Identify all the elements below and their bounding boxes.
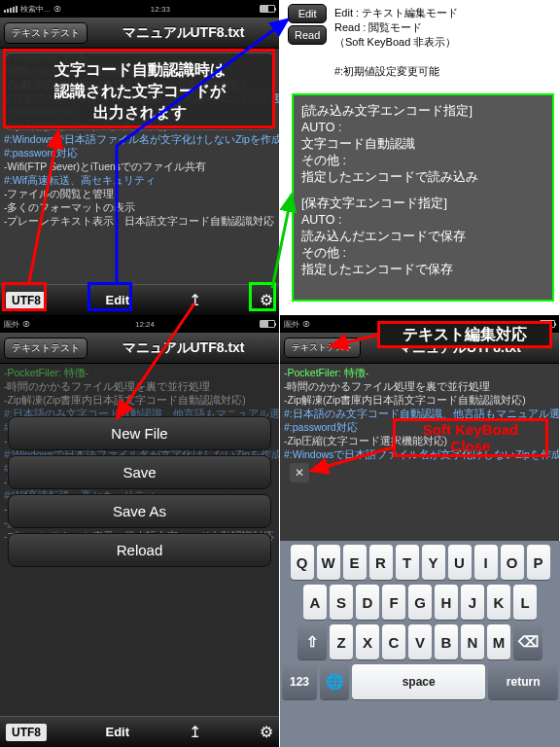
key-x[interactable]: X <box>356 624 379 659</box>
kbd-row-4: 123 🌐 space return <box>282 664 558 699</box>
key-a[interactable]: A <box>303 585 327 620</box>
key-j[interactable]: J <box>461 585 484 620</box>
save-button[interactable]: Save <box>8 455 271 489</box>
statusbar: 圏外⦿ 12:24 <box>0 315 279 333</box>
doc-line: -多くのフォーマットの表示 <box>4 200 275 214</box>
status-time: 12:24 <box>135 320 155 329</box>
gear-icon[interactable]: ⚙ <box>260 723 273 741</box>
mode-button[interactable]: Edit <box>105 725 129 739</box>
key-delete[interactable]: ⌫ <box>513 624 542 659</box>
new-file-button[interactable]: New File <box>8 416 271 450</box>
gb-line: その他 : <box>301 245 544 262</box>
wifi-icon: ⦿ <box>302 320 310 329</box>
key-m[interactable]: M <box>487 624 510 659</box>
key-b[interactable]: B <box>435 624 458 659</box>
share-icon[interactable]: ↥ <box>189 291 201 309</box>
gb-line: AUTO : <box>301 120 544 136</box>
popup-line: 出力されます <box>12 102 267 124</box>
key-d[interactable]: D <box>356 585 379 620</box>
gb-line: [保存文字エンコード指定] <box>301 196 544 212</box>
popup-line: 認識された文字コードが <box>12 81 267 102</box>
annot-line: （Soft KeyBoad 非表示） <box>334 35 458 50</box>
gb-line: 指定したエンコードで保存 <box>301 262 544 278</box>
phone-top-left: 検索中...⦿ 12:33 テキストテスト マニュアルUTF8.txt -Poc… <box>0 0 279 315</box>
mode-button[interactable]: Edit <box>105 293 129 307</box>
gb-line: 読み込んだエンコードで保存 <box>301 229 544 245</box>
edit-button[interactable]: Edit <box>288 4 327 23</box>
key-p[interactable]: P <box>527 545 550 580</box>
key-k[interactable]: K <box>487 585 510 620</box>
gb-line: 文字コード自動認識 <box>301 136 544 153</box>
key-z[interactable]: Z <box>330 624 353 659</box>
read-button[interactable]: Read <box>288 25 327 45</box>
toolbar: UTF8 Edit ↥ ⚙ <box>0 284 279 315</box>
key-u[interactable]: U <box>448 545 472 580</box>
key-s[interactable]: S <box>330 585 353 620</box>
key-o[interactable]: O <box>501 545 524 580</box>
annot-line: Read : 閲覧モード <box>334 20 458 35</box>
annot-default: #:初期値設定変更可能 <box>334 64 439 79</box>
keyboard: Q W E R T Y U I O P A S D F G H J K L ⇧ … <box>280 541 560 747</box>
gb-line: [読み込み文字エンコード指定] <box>301 103 544 120</box>
navbar: テキストテスト マニュアルUTF8.txt <box>0 333 279 364</box>
reload-button[interactable]: Reload <box>8 533 271 567</box>
key-c[interactable]: C <box>382 624 405 659</box>
kbd-row-2: A S D F G H J K L <box>282 585 558 620</box>
key-v[interactable]: V <box>408 624 432 659</box>
save-as-button[interactable]: Save As <box>8 494 271 528</box>
soft-keyboard-close-label: Soft KeyBoad Close <box>393 418 548 457</box>
action-sheet: New File Save Save As Reload <box>8 416 271 567</box>
doc-line: #:password対応 <box>4 146 275 160</box>
statusbar: 検索中...⦿ 12:33 <box>0 0 279 18</box>
gb-line: その他 : <box>301 153 544 169</box>
encoding-chip[interactable]: UTF8 <box>6 292 47 309</box>
key-g[interactable]: G <box>408 585 432 620</box>
doc-line: -Wifi(FTP Sever)とiTuensでのファイル共有 <box>4 160 275 173</box>
gb-line: 指定したエンコードで読み込み <box>301 169 544 186</box>
back-button[interactable]: テキストテスト <box>284 338 361 358</box>
key-l[interactable]: L <box>513 585 537 620</box>
text-content-editable[interactable]: -PocketFiler: 特徴- -時間のかかるファイル処理を裏で並行処理 -… <box>280 364 559 551</box>
key-r[interactable]: R <box>369 545 393 580</box>
key-123[interactable]: 123 <box>282 664 317 699</box>
key-i[interactable]: I <box>474 545 498 580</box>
key-q[interactable]: Q <box>291 545 314 580</box>
page-title: マニュアルUTF8.txt <box>91 24 275 42</box>
toolbar: UTF8 Edit ↥ ⚙ <box>0 716 279 747</box>
gear-icon[interactable]: ⚙ <box>260 291 273 309</box>
back-button[interactable]: テキストテスト <box>4 338 88 359</box>
annot-edit-desc: Edit : テキスト編集モード Read : 閲覧モード （Soft KeyB… <box>334 6 458 50</box>
key-globe[interactable]: 🌐 <box>320 664 349 699</box>
battery-icon <box>260 5 275 13</box>
text-content[interactable]: -PocketFiler: 特徴- -時間のかかるファイル処理を裏で並行処理 -… <box>0 49 279 284</box>
share-icon[interactable]: ↥ <box>189 723 201 741</box>
encoding-chip[interactable]: UTF8 <box>6 724 47 741</box>
key-w[interactable]: W <box>317 545 340 580</box>
doc-line: #:Wif高速転送、高セキュリティ <box>4 173 275 187</box>
kbd-row-1: Q W E R T Y U I O P <box>282 545 558 580</box>
doc-line: -PocketFiler: 特徴- <box>284 366 555 379</box>
doc-line: -Zip解凍(Zip書庫内日本語文字コード自動認識対応) <box>4 393 275 407</box>
doc-line: #:Windowsで日本語ファイル名が文字化けしないZipを作成できます <box>4 132 275 146</box>
key-space[interactable]: space <box>352 664 485 699</box>
key-e[interactable]: E <box>343 545 367 580</box>
key-n[interactable]: N <box>461 624 484 659</box>
key-y[interactable]: Y <box>422 545 445 580</box>
key-shift[interactable]: ⇧ <box>298 624 327 659</box>
keyboard-close-button[interactable]: ✕ <box>290 463 309 482</box>
text-edit-label: テキスト編集対応 <box>377 321 552 348</box>
doc-line: -時間のかかるファイル処理を裏で並行処理 <box>4 379 275 393</box>
key-return[interactable]: return <box>488 664 558 699</box>
annot-line: Edit : テキスト編集モード <box>334 6 458 20</box>
back-button[interactable]: テキストテスト <box>4 22 88 44</box>
key-h[interactable]: H <box>435 585 458 620</box>
doc-line: -PocketFiler: 特徴- <box>4 366 275 379</box>
status-text: 検索中... <box>20 4 51 15</box>
key-t[interactable]: T <box>396 545 419 580</box>
status-text: 圏外 <box>284 319 299 330</box>
key-f[interactable]: F <box>382 585 405 620</box>
phone-bottom-left: 圏外⦿ 12:24 テキストテスト マニュアルUTF8.txt -PocketF… <box>0 315 279 747</box>
gb-line <box>301 186 544 196</box>
doc-line: -時間のかかるファイル処理を裏で並行処理 <box>284 379 555 393</box>
soft-close-text: Soft KeyBoad Close <box>423 421 518 454</box>
